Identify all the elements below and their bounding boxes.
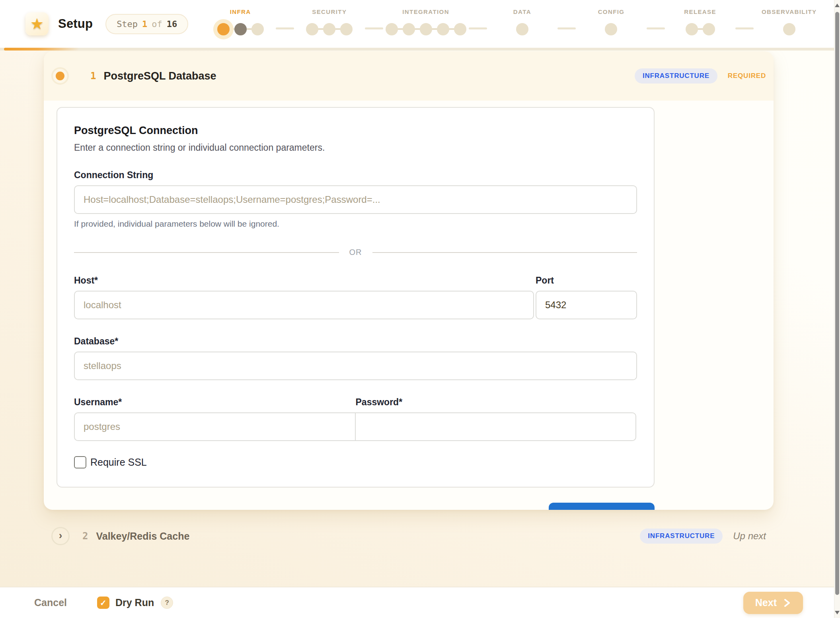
stage-label: OBSERVABILITY [762,8,817,15]
step-dot-todo[interactable] [437,23,449,35]
section-header[interactable]: 1 PostgreSQL Database INFRASTRUCTURE REQ… [44,51,774,101]
next-button[interactable]: Next [743,592,803,614]
up-next-status: Up next [733,531,766,542]
stage-label: CONFIG [598,8,625,15]
stage-label: INFRA [230,8,251,15]
stage-separator [469,27,487,29]
username-label: Username* [74,397,356,408]
step-dot-todo[interactable] [340,23,353,35]
step-dot-done[interactable] [234,23,247,35]
or-text: OR [349,248,362,257]
section-number: 2 [82,531,88,542]
stage-separator [735,27,754,29]
checkmark-icon: ✓ [100,599,107,607]
step-current: 1 [142,19,147,29]
star-icon: ★ [30,16,44,31]
stage-data: DATA [489,8,555,39]
password-input[interactable] [355,412,637,441]
username-input[interactable] [74,412,356,441]
port-label: Port [536,275,637,286]
cancel-button[interactable]: Cancel [34,597,67,608]
scroll-down-arrow-icon[interactable] [835,611,840,614]
step-counter-pill: Step 1 of 16 [105,14,188,34]
main-content: 1 PostgreSQL Database INFRASTRUCTURE REQ… [0,51,834,587]
required-badge: REQUIRED [728,72,766,80]
stage-infra: INFRA [207,8,273,39]
database-input[interactable] [74,352,637,380]
app-title: Setup [58,17,93,31]
scroll-up-arrow-icon[interactable] [835,4,840,7]
stage-label: INTEGRATION [402,8,449,15]
step-prefix: Step [117,19,138,29]
status-ring-icon [51,67,69,85]
or-divider: OR [74,248,637,257]
progress-fill [4,48,79,51]
step-dot-todo[interactable] [703,23,715,35]
connection-string-input[interactable] [74,185,637,214]
require-ssl-label: Require SSL [90,457,147,468]
stage-config: CONFIG [578,8,644,39]
step-of: of [152,19,162,29]
active-dot-icon [56,72,64,80]
step-dot-todo[interactable] [686,23,698,35]
require-ssl-checkbox[interactable] [74,456,86,468]
step-dot-todo[interactable] [323,23,335,35]
step-dot-todo[interactable] [403,23,415,35]
form-description: Enter a connection string or individual … [74,142,637,153]
step-dot-todo[interactable] [783,23,795,35]
category-badge: INFRASTRUCTURE [635,68,717,84]
database-label: Database* [74,336,637,347]
step-dot-todo[interactable] [516,23,528,35]
connection-string-helper: If provided, individual parameters below… [74,219,637,229]
connection-form: PostgreSQL Connection Enter a connection… [57,107,655,488]
chevron-right-icon [783,598,791,608]
validate-test-button[interactable]: Validate & Test [549,503,655,510]
connection-string-label: Connection String [74,170,637,181]
step-dot-current[interactable] [217,23,230,35]
form-heading: PostgreSQL Connection [74,124,637,137]
next-button-label: Next [755,597,777,608]
stage-separator [557,27,576,29]
stage-separator [647,27,665,29]
step-dot-todo[interactable] [454,23,466,35]
expand-chevron-icon[interactable]: › [51,527,70,545]
host-input[interactable] [74,291,534,319]
stage-observability: OBSERVABILITY [756,8,822,39]
section-number: 1 [90,70,96,82]
stage-release: RELEASE [667,8,733,39]
step-dot-todo[interactable] [605,23,617,35]
stage-separator [276,27,294,29]
port-input[interactable] [536,291,637,319]
app-logo: ★ [25,12,49,35]
footer-bar: Cancel ✓ Dry Run ? Next [0,587,834,618]
dry-run-label: Dry Run [115,597,154,608]
section-title: Valkey/Redis Cache [96,531,189,542]
stage-label: SECURITY [312,8,347,15]
dry-run-checkbox[interactable]: ✓ [97,597,109,609]
host-label: Host* [74,275,534,286]
stage-integration: INTEGRATION [386,8,466,39]
stage-label: RELEASE [684,8,716,15]
step-dot-todo[interactable] [420,23,432,35]
progress-track [0,48,834,51]
category-badge: INFRASTRUCTURE [640,529,723,544]
stage-security: SECURITY [296,8,363,39]
step-dot-todo[interactable] [386,23,398,35]
stage-label: DATA [513,8,531,15]
step-dot-todo[interactable] [306,23,318,35]
step-total: 16 [167,19,177,29]
help-icon[interactable]: ? [161,597,173,609]
vertical-scrollbar[interactable] [834,0,840,618]
section-title: PostgreSQL Database [103,70,216,82]
section-row-valkey[interactable]: › 2 Valkey/Redis Cache INFRASTRUCTURE Up… [44,520,774,552]
scrollbar-thumb[interactable] [835,12,839,595]
wizard-stepper: INFRASECURITYINTEGRATIONDATACONFIGRELEAS… [207,8,822,39]
section-card-postgresql: 1 PostgreSQL Database INFRASTRUCTURE REQ… [44,51,774,510]
password-label: Password* [356,397,637,408]
top-bar: ★ Setup Step 1 of 16 INFRASECURITYINTEGR… [0,0,834,51]
stage-separator [365,27,383,29]
step-dot-todo[interactable] [251,23,264,35]
